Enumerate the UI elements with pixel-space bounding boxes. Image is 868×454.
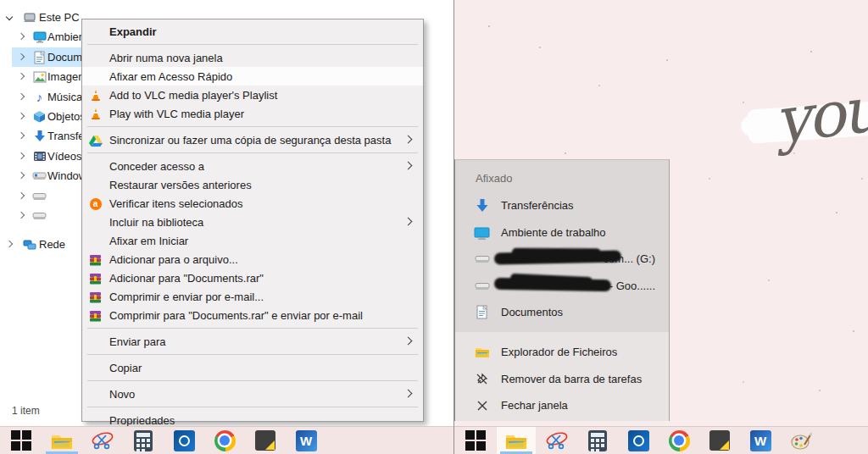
menu-item-winrar-compress-rar-email[interactable]: Comprimir para "Documents.rar" e enviar … xyxy=(82,306,423,324)
menu-item-winrar-compress-email[interactable]: Comprimir e enviar por e-mail... xyxy=(82,287,423,306)
jump-list-item-label: Transferências xyxy=(501,199,574,212)
snipping-tool-icon xyxy=(91,430,114,451)
submenu-arrow-icon xyxy=(404,390,413,398)
taskbar-paint-button[interactable] xyxy=(782,427,821,454)
menu-item-label: Abrir numa nova janela xyxy=(109,52,223,64)
tree-item-este-pc[interactable]: Este PC xyxy=(0,8,81,27)
tree-item-drive-1[interactable] xyxy=(0,186,81,206)
jump-list-task-fechar-janela[interactable]: Fechar janela xyxy=(455,392,669,418)
tree-item-imagens[interactable]: Imagens xyxy=(0,67,81,86)
menu-item-verificar-itens[interactable]: a Verificar itens selecionados xyxy=(82,194,423,213)
menu-item-winrar-add-archive[interactable]: Adicionar para o arquivo... xyxy=(82,250,423,269)
menu-item-expandir[interactable]: Expandir xyxy=(82,22,423,41)
desktop-icon xyxy=(474,224,490,241)
tree-item-label: Imagens xyxy=(47,70,81,83)
jump-list-task-remover-barra[interactable]: Remover da barra de tarefas xyxy=(455,366,669,392)
chevron-right-icon[interactable] xyxy=(18,93,25,100)
chrome-icon xyxy=(669,430,690,451)
menu-item-label: Propriedades xyxy=(109,414,175,427)
menu-item-label: Enviar para xyxy=(109,335,165,348)
tree-item-objetos-3d[interactable]: Objetos xyxy=(0,107,81,126)
menu-item-conceder-acesso[interactable]: Conceder acesso a xyxy=(82,157,423,175)
menu-item-label: Afixar em Iniciar xyxy=(109,235,188,247)
menu-item-restaurar-versoes[interactable]: Restaurar versões anteriores xyxy=(82,175,423,194)
chevron-right-icon[interactable] xyxy=(18,53,25,60)
menu-item-winrar-add-documents-rar[interactable]: Adicionar para "Documents.rar" xyxy=(82,269,423,287)
close-icon xyxy=(474,397,490,413)
taskbar-word-button[interactable]: W xyxy=(287,427,326,454)
jump-list-item-documentos[interactable]: Documentos xyxy=(455,299,669,325)
menu-item-afixar-iniciar[interactable]: Afixar em Iniciar xyxy=(82,231,423,250)
menu-item-label: Verificar itens selecionados xyxy=(109,197,243,210)
menu-item-enviar-para[interactable]: Enviar para xyxy=(82,332,423,351)
menu-separator xyxy=(87,152,418,153)
jump-list-item-redacted-gdrive-goo[interactable]: m - Goo...... xyxy=(455,273,669,299)
documents-icon xyxy=(32,50,47,64)
taskbar-chrome-button[interactable] xyxy=(659,427,698,454)
screenshot-seam-divider xyxy=(453,0,454,454)
menu-item-afixar-acesso-rapido[interactable]: Afixar em Acesso Rápido xyxy=(82,67,423,86)
menu-item-abrir-nova-janela[interactable]: Abrir numa nova janela xyxy=(82,48,423,67)
taskbar-snipping-tool-button[interactable] xyxy=(83,427,122,454)
jump-list-item-transferencias[interactable]: Transferências xyxy=(455,192,669,219)
chevron-right-icon[interactable] xyxy=(18,192,25,199)
tree-item-transferencias[interactable]: Transferê xyxy=(0,126,81,146)
network-icon xyxy=(22,237,36,252)
tree-item-ambiente[interactable]: Ambient xyxy=(0,27,81,47)
chevron-right-icon[interactable] xyxy=(18,172,25,179)
start-button[interactable] xyxy=(2,427,41,454)
menu-separator xyxy=(87,126,418,127)
taskbar-file-explorer-button-active[interactable] xyxy=(497,427,536,454)
jump-list-item-ambiente-de-trabalho[interactable]: Ambiente de trabalho xyxy=(455,219,669,246)
menu-item-google-drive-sync[interactable]: Sincronizar ou fazer uma cópia de segura… xyxy=(82,130,423,149)
drive-icon xyxy=(474,278,490,294)
menu-separator xyxy=(87,328,418,329)
chevron-right-icon[interactable] xyxy=(18,212,25,219)
taskbar-sticky-notes-button[interactable] xyxy=(246,427,285,454)
pictures-icon xyxy=(32,69,47,84)
taskbar-calculator-button[interactable] xyxy=(124,427,163,454)
taskbar-chrome-button[interactable] xyxy=(205,427,244,454)
taskbar-file-explorer-button[interactable] xyxy=(42,427,81,454)
google-drive-icon xyxy=(88,133,103,147)
chevron-right-icon[interactable] xyxy=(18,132,25,139)
taskbar-left: W xyxy=(0,426,454,454)
tree-item-drive-2[interactable] xyxy=(0,206,81,225)
start-button[interactable] xyxy=(456,427,495,454)
taskbar-sticky-notes-button[interactable] xyxy=(700,427,739,454)
tree-item-videos[interactable]: Vídeos xyxy=(0,147,81,166)
tree-item-label: Vídeos xyxy=(47,150,81,163)
menu-item-novo[interactable]: Novo xyxy=(82,385,423,403)
taskbar-outlook-button[interactable] xyxy=(619,427,658,454)
paint-icon xyxy=(790,431,813,451)
documents-icon xyxy=(474,304,490,320)
menu-item-vlc-play[interactable]: Play with VLC media player xyxy=(82,104,423,123)
menu-item-vlc-add-playlist[interactable]: Add to VLC media player's Playlist xyxy=(82,86,423,104)
screenshot-composite: Este PC Ambient Docume Imagens xyxy=(0,0,868,454)
tree-item-musica[interactable]: ♪ Música xyxy=(0,87,81,107)
taskbar-calculator-button[interactable] xyxy=(578,427,617,454)
chrome-icon xyxy=(214,430,236,451)
jump-list-header: Afixado xyxy=(476,172,512,185)
jump-list-task-explorador[interactable]: Explorador de Ficheiros xyxy=(455,339,669,365)
chevron-right-icon[interactable] xyxy=(18,152,25,159)
taskbar-outlook-button[interactable] xyxy=(164,427,203,454)
taskbar-snipping-tool-button[interactable] xyxy=(537,427,576,454)
chevron-right-icon[interactable] xyxy=(18,113,25,119)
chevron-right-icon[interactable] xyxy=(6,241,13,247)
taskbar-right: W xyxy=(454,426,868,454)
menu-item-incluir-biblioteca[interactable]: Incluir na biblioteca xyxy=(82,213,423,231)
wallpaper-script-text: you xyxy=(771,72,868,157)
tree-item-rede[interactable]: Rede xyxy=(0,235,81,254)
chevron-down-icon[interactable] xyxy=(6,14,13,20)
menu-item-copiar[interactable]: Copiar xyxy=(82,358,423,377)
tree-item-documentos[interactable]: Docume xyxy=(12,47,81,67)
chevron-right-icon[interactable] xyxy=(18,33,25,40)
context-menu: Expandir Abrir numa nova janela Afixar e… xyxy=(81,19,424,422)
taskbar-word-button[interactable]: W xyxy=(741,427,780,454)
tree-item-windows-drive[interactable]: Windows xyxy=(0,166,81,185)
music-icon: ♪ xyxy=(32,90,47,104)
menu-item-label: Comprimir e enviar por e-mail... xyxy=(109,291,264,303)
jump-list-item-redacted-gdrive-g[interactable]: com... (G:) xyxy=(455,246,669,272)
chevron-right-icon[interactable] xyxy=(18,73,25,80)
